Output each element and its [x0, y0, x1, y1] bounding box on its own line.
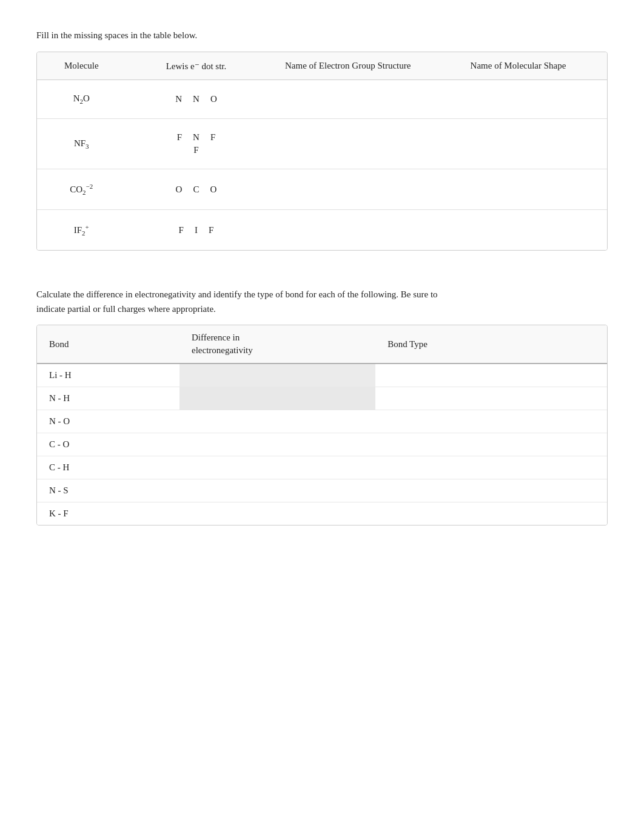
molecular-shape-cell	[429, 119, 607, 169]
th-type: Bond Type	[375, 325, 607, 363]
type-cell	[375, 363, 607, 387]
lewis-structure: N N O	[135, 94, 257, 104]
type-cell	[375, 502, 607, 526]
lewis-cell: F N F F	[126, 119, 266, 169]
molecule-cell: CO2−2	[37, 169, 126, 210]
table-row: NF3 F N F F	[37, 119, 607, 169]
bond-cell: C - O	[37, 433, 179, 456]
table-row: C - H	[37, 456, 607, 479]
lewis-row-bottom: F	[193, 145, 198, 155]
lewis-atom: F	[177, 132, 182, 143]
bond-cell: N - H	[37, 387, 179, 410]
lewis-atom: O	[210, 184, 216, 195]
molecule-table: Molecule Lewis e⁻ dot str. Name of Elect…	[37, 52, 607, 250]
type-cell	[375, 410, 607, 433]
intro-text-1: Fill in the missing spaces in the table …	[36, 30, 608, 41]
th-electron: Name of Electron Group Structure	[266, 52, 429, 80]
diff-cell	[179, 410, 375, 433]
electron-group-cell	[266, 169, 429, 210]
bond-cell: N - S	[37, 479, 179, 502]
molecule-cell: IF2+	[37, 210, 126, 251]
table1-container: Molecule Lewis e⁻ dot str. Name of Elect…	[36, 52, 608, 251]
molecule-cell: NF3	[37, 119, 126, 169]
lewis-structure: O C O	[135, 184, 257, 195]
electron-group-cell	[266, 80, 429, 119]
lewis-atom: I	[195, 225, 198, 235]
type-cell	[375, 433, 607, 456]
table2-container: Bond Difference inelectronegativity Bond…	[36, 325, 608, 526]
intro-text-2: Calculate the difference in electronegat…	[36, 287, 608, 316]
lewis-atom: C	[193, 184, 199, 195]
diff-cell	[179, 479, 375, 502]
molecule-label: NF3	[74, 138, 89, 148]
molecule-cell: N2O	[37, 80, 126, 119]
lewis-structure: F I F	[135, 225, 257, 235]
intro2-line1: Calculate the difference in electronegat…	[36, 289, 438, 299]
bond-cell: K - F	[37, 502, 179, 526]
lewis-atom: N	[193, 94, 200, 104]
table-row: CO2−2 O C O	[37, 169, 607, 210]
bond-cell: C - H	[37, 456, 179, 479]
table-row: N - S	[37, 479, 607, 502]
th-molecule: Molecule	[37, 52, 126, 80]
molecule-label: N2O	[73, 93, 90, 103]
lewis-row-top: F N F	[177, 132, 216, 143]
diff-cell	[179, 456, 375, 479]
lewis-atom: F	[210, 132, 215, 143]
type-cell	[375, 387, 607, 410]
diff-cell	[179, 433, 375, 456]
type-cell	[375, 479, 607, 502]
lewis-atom: F	[209, 225, 213, 235]
bond-table: Bond Difference inelectronegativity Bond…	[37, 325, 607, 525]
molecular-shape-cell	[429, 169, 607, 210]
molecular-shape-cell	[429, 80, 607, 119]
table-row: N - O	[37, 410, 607, 433]
th-bond: Bond	[37, 325, 179, 363]
type-cell	[375, 456, 607, 479]
lewis-atom: N	[175, 94, 182, 104]
lewis-atom: O	[176, 184, 183, 195]
lewis-cell: O C O	[126, 169, 266, 210]
molecule-label: CO2−2	[70, 184, 93, 194]
table-row: N - H	[37, 387, 607, 410]
lewis-atom: F	[193, 145, 198, 155]
table-row: C - O	[37, 433, 607, 456]
lewis-atom: N	[193, 132, 200, 143]
lewis-cell: F I F	[126, 210, 266, 251]
lewis-atom: O	[210, 94, 217, 104]
table-row: N2O N N O	[37, 80, 607, 119]
th-molecular: Name of Molecular Shape	[429, 52, 607, 80]
diff-cell	[179, 387, 375, 410]
molecule-label: IF2+	[74, 225, 89, 235]
table-row: K - F	[37, 502, 607, 526]
th-diff: Difference inelectronegativity	[179, 325, 375, 363]
lewis-cell: N N O	[126, 80, 266, 119]
lewis-atom: F	[179, 225, 184, 235]
table-row: Li - H	[37, 363, 607, 387]
th-diff-label: Difference inelectronegativity	[192, 333, 253, 355]
diff-cell	[179, 363, 375, 387]
th-lewis: Lewis e⁻ dot str.	[126, 52, 266, 80]
table-row: IF2+ F I F	[37, 210, 607, 251]
electron-group-cell	[266, 119, 429, 169]
th-electron-label: Name of Electron Group Structure	[285, 61, 411, 70]
molecular-shape-cell	[429, 210, 607, 251]
electron-group-cell	[266, 210, 429, 251]
bond-cell: N - O	[37, 410, 179, 433]
bond-cell: Li - H	[37, 363, 179, 387]
diff-cell	[179, 502, 375, 526]
intro2-line2: indicate partial or full charges where a…	[36, 304, 216, 314]
lewis-structure: F N F F	[135, 132, 257, 155]
